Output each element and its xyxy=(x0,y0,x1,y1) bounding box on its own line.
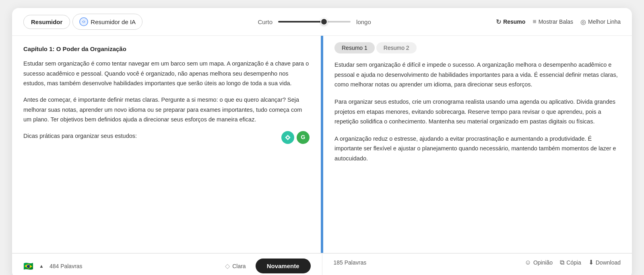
opiniao-icon: ☺ xyxy=(525,259,531,266)
inline-icons: G xyxy=(281,131,310,144)
green-g-btn[interactable]: G xyxy=(297,131,310,144)
right-panel: Resumo 1 Resumo 2 Estudar sem organizaçã… xyxy=(322,36,632,253)
svg-point-3 xyxy=(287,137,289,139)
resumo-control[interactable]: ↻ Resumo xyxy=(496,18,525,26)
bottom-bar-right: 185 Palavras ☺ Opinião ⧉ Cópia ⬇ Downloa… xyxy=(322,253,632,271)
summary-paragraph-1: Estudar sem organização é difícil e impe… xyxy=(334,60,621,90)
download-button[interactable]: ⬇ Download xyxy=(588,259,621,266)
ai-icon xyxy=(79,17,88,26)
slider-right-label: longo xyxy=(356,18,371,25)
tab-resumidor-ai[interactable]: Resumidor de IA xyxy=(72,14,142,30)
mostrar-balas-control[interactable]: ≡ Mostrar Balas xyxy=(533,18,573,25)
chapter-title: Capítulo 1: O Poder da Organização xyxy=(23,45,310,52)
summary-paragraph-2: Para organizar seus estudos, crie um cro… xyxy=(334,97,621,127)
download-label: Download xyxy=(596,259,621,266)
opiniao-button[interactable]: ☺ Opinião xyxy=(525,259,553,266)
copia-button[interactable]: ⧉ Cópia xyxy=(560,259,581,266)
top-bar: Resumidor Resumidor de IA Curto longo ↻ … xyxy=(12,8,632,36)
bottom-panels: 🇧🇷 ▲ 484 Palavras ◇ Clara Novamente 185 … xyxy=(12,253,632,275)
teal-icon-btn[interactable] xyxy=(281,131,294,144)
left-panel: Capítulo 1: O Poder da Organização Estud… xyxy=(12,36,322,253)
summary-tab-1[interactable]: Resumo 1 xyxy=(334,42,375,53)
copia-label: Cópia xyxy=(566,259,581,266)
melhor-linha-control[interactable]: ◎ Melhor Linha xyxy=(580,18,621,26)
summary-tab-2[interactable]: Resumo 2 xyxy=(376,42,417,53)
resumo-icon: ↻ xyxy=(496,18,501,26)
novamente-button[interactable]: Novamente xyxy=(256,259,311,273)
svg-point-1 xyxy=(83,21,85,23)
balas-icon: ≡ xyxy=(533,18,536,25)
melhor-linha-label: Melhor Linha xyxy=(588,18,621,25)
resumo-label: Resumo xyxy=(503,18,525,25)
paragraph-3: Dicas práticas para organizar seus estud… xyxy=(23,131,310,141)
melhor-linha-icon: ◎ xyxy=(580,18,586,26)
word-count-left: 484 Palavras xyxy=(50,263,83,269)
right-controls: ↻ Resumo ≡ Mostrar Balas ◎ Melhor Linha xyxy=(496,18,621,26)
clara-label: Clara xyxy=(232,263,246,269)
summary-paragraph-3: A organização reduz o estresse, ajudando… xyxy=(334,134,621,164)
word-count-right: 185 Palavras xyxy=(334,259,367,266)
paragraph-2: Antes de começar, é importante definir m… xyxy=(23,95,310,125)
slider-group: Curto longo xyxy=(258,18,371,25)
app-container: Resumidor Resumidor de IA Curto longo ↻ … xyxy=(12,8,632,275)
slider-left-label: Curto xyxy=(258,18,272,25)
diamond-icon xyxy=(284,134,291,141)
tab-ai-label: Resumidor de IA xyxy=(91,18,136,25)
download-icon: ⬇ xyxy=(588,259,594,266)
mostrar-balas-label: Mostrar Balas xyxy=(539,18,573,25)
copy-icon: ⧉ xyxy=(560,259,564,266)
bottom-bar-left: 🇧🇷 ▲ 484 Palavras ◇ Clara Novamente xyxy=(12,253,322,275)
flag-icon: 🇧🇷 xyxy=(23,261,33,271)
tab-group: Resumidor Resumidor de IA xyxy=(23,14,142,30)
paragraph-1: Estudar sem organização é como tentar na… xyxy=(23,59,310,88)
length-slider[interactable] xyxy=(278,21,351,23)
summary-tabs: Resumo 1 Resumo 2 xyxy=(334,42,621,53)
arrow-up-icon: ▲ xyxy=(39,263,44,269)
main-content: Capítulo 1: O Poder da Organização Estud… xyxy=(12,36,632,253)
clara-button[interactable]: ◇ Clara xyxy=(221,260,250,272)
bottom-right: 185 Palavras ☺ Opinião ⧉ Cópia ⬇ Downloa… xyxy=(322,253,632,275)
bottom-left: 🇧🇷 ▲ 484 Palavras ◇ Clara Novamente xyxy=(12,253,322,275)
tab-resumidor[interactable]: Resumidor xyxy=(23,15,70,29)
clara-diamond-icon: ◇ xyxy=(225,262,230,270)
opiniao-label: Opinião xyxy=(533,259,553,266)
